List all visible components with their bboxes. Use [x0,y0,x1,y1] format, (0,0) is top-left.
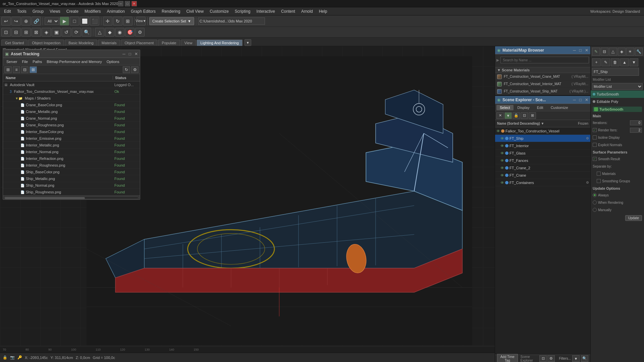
asset-menu-bitmap[interactable]: Bitmap Performance and Memory [45,59,104,64]
maximize-button[interactable]: □ [125,1,130,6]
asset-settings-button[interactable]: ⚙ [131,66,139,73]
se-row-ft-crane[interactable]: 👁 FT_Crane [495,172,590,179]
view-dropdown-button[interactable]: View▼ [136,17,146,25]
menu-views[interactable]: Views [47,8,63,14]
eye-icon-2[interactable]: 👁 [500,144,504,148]
se-layout-button[interactable]: ⊡ [539,355,547,362]
tb2-btn6[interactable]: ▣ [52,28,61,37]
mod-delete-icon[interactable]: 🗑 [611,58,620,66]
select-button[interactable]: ▶ [60,17,69,25]
se-filter-button[interactable]: ▼ [504,112,512,119]
se-row-ft-glass[interactable]: 👁 FT_Glass [495,149,590,157]
redo-button[interactable]: ↪ [11,17,21,25]
mod-up-icon[interactable]: ▲ [620,58,629,66]
se-tab-edit[interactable]: Edit [534,105,547,110]
isoline-checkbox[interactable] [593,135,597,139]
list-item[interactable]: 📄Interior_Metallic.png Found [3,142,140,148]
tb2-btn11[interactable]: ◆ [105,28,114,37]
eye-icon-6[interactable]: 👁 [500,173,504,177]
tab-dropdown-button[interactable]: ▼ [245,39,251,46]
mod-add-icon[interactable]: + [592,58,601,66]
mod-paint-icon[interactable]: ✎ [592,48,600,56]
mod-edit-icon[interactable]: ✎ [601,58,610,66]
menu-interactive[interactable]: Interactive [254,8,278,14]
asset-minimize-button[interactable]: ─ [122,52,125,56]
se-filter3-button[interactable]: 🔍 [581,355,588,362]
asset-vault-row[interactable]: 🏛 Autodesk Vault Logged O... [3,81,140,88]
tab-basic-modeling[interactable]: Basic Modeling [65,40,97,46]
undo-button[interactable]: ↩ [1,17,11,25]
menu-modifiers[interactable]: Modifiers [82,8,104,14]
menu-animation[interactable]: Animation [104,8,127,14]
se-row-ft-fances[interactable]: 👁 FT_Fances [495,157,590,164]
asset-maps-folder[interactable]: ▼📁 Maps / Shaders [3,95,140,102]
se-tab-display[interactable]: Display [514,105,533,110]
list-item[interactable]: 📄Ship_Roughness.png Found [3,189,140,195]
tab-view[interactable]: View [181,40,196,46]
se-row-ft-interior[interactable]: 👁 FT_Interrior [495,142,590,149]
object-name-field[interactable] [592,68,639,76]
se-filter2-button[interactable]: ▼ [572,355,580,362]
se-expand-button[interactable]: ⊞ [529,112,536,119]
eye-icon-4[interactable]: 👁 [500,159,504,163]
tb2-btn2[interactable]: ⊟ [11,28,21,37]
mat-item-2[interactable]: FT_Construction_Vessel_Ship_MAT ( VRayMt… [495,88,590,95]
mod-param-icon[interactable]: ⊟ [601,48,609,56]
render-iters-input[interactable] [630,128,642,133]
smooth-result-checkbox[interactable]: ✓ [593,157,597,161]
list-item[interactable]: 📄Ship_BaseColor.png Found [3,169,140,175]
mod-turbosmooth-item[interactable]: TurboSmooth [591,90,644,98]
scale-button[interactable]: ⊞ [123,17,132,25]
when-rendering-radio[interactable] [593,200,597,204]
menu-edit[interactable]: Edit [1,8,14,14]
asset-grid-button[interactable]: ⊟ [21,66,29,73]
list-item[interactable]: 📄Crane_BaseColor.png Found [3,102,140,108]
tb2-btn13[interactable]: 🎯 [125,28,135,37]
se-lock-button[interactable]: 🔒 [513,112,520,119]
mod-display-icon[interactable]: ☀ [626,48,634,56]
se-row-ft-containers[interactable]: 👁 FT_Containers ⚙ [495,179,590,186]
scrollbar-thumb[interactable] [5,197,85,199]
move-button[interactable]: ✛ [103,17,112,25]
tab-get-started[interactable]: Get Started [1,40,28,46]
asset-menu-file[interactable]: File [20,59,30,64]
se-restore-button[interactable]: □ [579,98,582,102]
menu-civil-view[interactable]: Civil View [183,8,206,14]
tab-populate[interactable]: Populate [158,40,180,46]
asset-menu-server[interactable]: Server [4,59,19,64]
eye-icon-5[interactable]: 👁 [500,166,504,170]
list-item[interactable]: 📄Ship_Metallic.png Found [3,175,140,182]
menu-create[interactable]: Create [64,8,81,14]
se-minimize-button[interactable]: ─ [573,98,576,102]
list-item[interactable]: 📄Crane_Roughness.png Found [3,122,140,128]
mat-item-0[interactable]: FT_Construction_Vessel_Crane_MAT ( VRayM… [495,73,590,80]
close-button[interactable]: ✕ [131,1,137,6]
asset-menu-paths[interactable]: Paths [31,59,44,64]
mod-hierarchy-icon[interactable]: △ [609,48,617,56]
se-row-ft-ship[interactable]: 👁 FT_Ship ⚙ [495,135,590,142]
se-row-falkor[interactable]: 👁 Falkor_Too_Construction_Vessel [495,127,590,135]
tab-object-placement[interactable]: Object Placement [121,40,157,46]
menu-arnold[interactable]: Arnold [299,8,316,14]
list-item[interactable]: 📄Crane_Normal.png Found [3,115,140,122]
list-item[interactable]: 📄Interior_Normal.png Found [3,148,140,155]
asset-refresh-button[interactable]: ↻ [123,66,130,73]
mod-motion-icon[interactable]: ◈ [618,48,626,56]
create-selection-set-button[interactable]: Create Selection Set ▼ [149,17,194,25]
tb2-btn8[interactable]: ⟳ [72,28,81,37]
list-item[interactable]: 📄Interior_BaseColor.png Found [3,128,140,135]
tab-lighting-rendering[interactable]: Lighting And Rendering [197,40,242,46]
asset-restore-button[interactable]: □ [129,52,131,56]
eye-icon-1[interactable]: 👁 [500,136,504,140]
explicit-normals-checkbox[interactable] [593,143,597,147]
eye-icon-3[interactable]: 👁 [500,151,504,155]
smoothing-groups-checkbox[interactable] [597,179,601,183]
region-select-button[interactable]: □ [70,17,79,25]
modifier-list-dropdown[interactable]: Modifier List [592,83,643,90]
list-item[interactable]: 📄Ship_Normal.png Found [3,182,140,189]
tab-object-inspection[interactable]: Object Inspection [28,40,64,46]
filter-dropdown[interactable]: All [45,17,59,25]
mod-down-icon[interactable]: ▼ [630,58,638,66]
asset-new-button[interactable]: ⊞ [4,66,12,73]
mat-item-1[interactable]: FT_Construction_Vessel_Interior_MAT ( VR… [495,80,590,88]
